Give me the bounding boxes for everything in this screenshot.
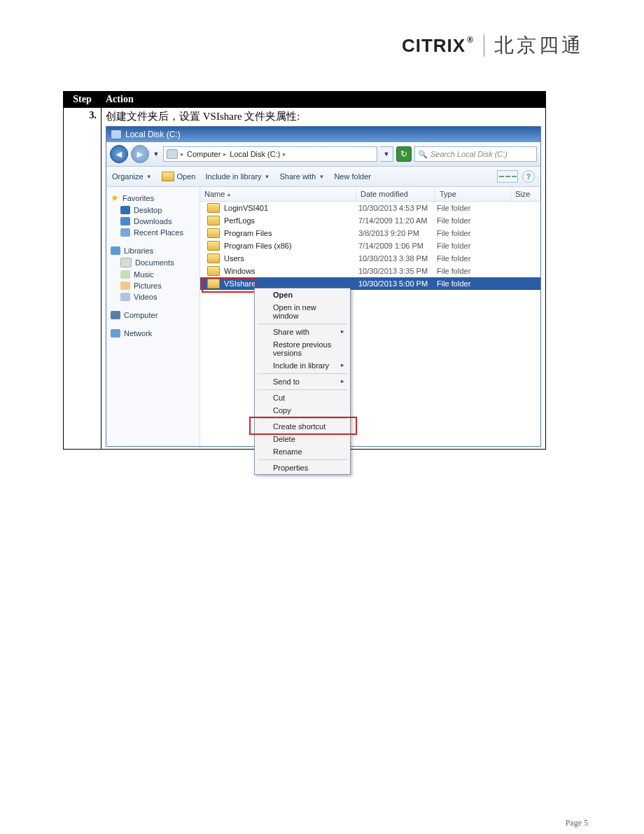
col-date[interactable]: Date modified — [356, 187, 435, 201]
breadcrumb-drive[interactable]: Local Disk (C:) — [230, 150, 280, 158]
menu-separator — [258, 389, 347, 390]
folder-open-icon — [162, 172, 174, 181]
menu-cut[interactable]: Cut — [255, 391, 350, 404]
menu-open[interactable]: Open — [255, 289, 350, 301]
cn-company-name: 北京四通 — [494, 32, 584, 59]
drive-icon — [167, 149, 178, 159]
col-action: Action — [102, 92, 546, 108]
folder-icon — [207, 266, 220, 276]
folder-icon — [207, 228, 220, 238]
view-options-button[interactable] — [497, 170, 518, 183]
menu-restore-versions[interactable]: Restore previous versions — [255, 338, 350, 359]
menu-separator — [258, 324, 347, 324]
downloads-icon — [120, 217, 130, 225]
sidebar-item-computer[interactable]: Computer — [109, 310, 197, 321]
col-step: Step — [64, 92, 102, 108]
menu-copy[interactable]: Copy — [255, 404, 350, 417]
page-number: Page 5 — [566, 818, 588, 828]
file-row[interactable]: LoginVSI401 10/30/2013 4:53 PM File fold… — [200, 202, 540, 214]
refresh-button[interactable]: ↻ — [396, 146, 412, 162]
column-headers[interactable]: Name ▴ Date modified Type Size — [200, 187, 540, 202]
folder-icon — [207, 241, 220, 251]
chevron-right-icon: ▸ — [283, 151, 286, 158]
sidebar-item-recent[interactable]: Recent Places — [109, 227, 197, 238]
toolbar-organize[interactable]: Organize ▼ — [112, 172, 152, 181]
col-size[interactable]: Size — [511, 187, 540, 201]
pictures-icon — [120, 282, 130, 290]
submenu-arrow-icon: ▸ — [341, 377, 344, 384]
breadcrumb-computer[interactable]: Computer — [187, 150, 220, 158]
chevron-right-icon: ▸ — [223, 151, 227, 158]
toolbar-include-library[interactable]: Include in library ▼ — [205, 172, 270, 181]
sidebar-item-music[interactable]: Music — [109, 269, 197, 280]
folder-icon — [207, 253, 220, 263]
submenu-arrow-icon: ▸ — [341, 361, 344, 368]
submenu-arrow-icon: ▸ — [341, 328, 344, 335]
sidebar-libraries[interactable]: Libraries — [109, 245, 197, 256]
nav-sidebar: ★Favorites Desktop Downloads Recent Plac… — [106, 187, 200, 446]
menu-include-library[interactable]: Include in library▸ — [255, 359, 350, 372]
recent-icon — [120, 228, 130, 237]
menu-delete[interactable]: Delete — [255, 433, 350, 445]
nav-history-dropdown[interactable]: ▼ — [152, 148, 160, 160]
col-type[interactable]: Type — [435, 187, 511, 201]
drive-icon — [111, 130, 122, 139]
search-input[interactable]: 🔍 Search Local Disk (C:) — [414, 146, 537, 162]
file-row-selected[interactable]: VSIshare 10/30/2013 5:00 PM File folder — [200, 277, 540, 290]
documents-icon — [120, 258, 132, 267]
toolbar-share-with[interactable]: Share with ▼ — [280, 172, 325, 181]
sidebar-item-desktop[interactable]: Desktop — [109, 204, 197, 216]
videos-icon — [120, 293, 130, 301]
doc-header-logo: CITRIX® 北京四通 — [402, 32, 584, 59]
folder-icon — [207, 279, 220, 289]
file-row[interactable]: Program Files 3/8/2013 9:20 PM File fold… — [200, 227, 540, 239]
chevron-down-icon: ▼ — [318, 174, 324, 180]
libraries-icon — [111, 246, 120, 255]
file-row[interactable]: Program Files (x86) 7/14/2009 1:06 PM Fi… — [200, 239, 540, 252]
file-list-area: Name ▴ Date modified Type Size LoginVSI4… — [200, 187, 540, 446]
back-button[interactable]: ◄ — [110, 145, 128, 163]
col-name[interactable]: Name ▴ — [200, 187, 356, 201]
sidebar-item-videos[interactable]: Videos — [109, 291, 197, 303]
sidebar-item-documents[interactable]: Documents — [109, 256, 197, 269]
explorer-window: Local Disk (C:) ◄ ► ▼ ▸ Computer ▸ — [106, 126, 541, 447]
desktop-icon — [120, 206, 130, 214]
menu-separator — [258, 418, 347, 419]
address-bar[interactable]: ▸ Computer ▸ Local Disk (C:) ▸ — [163, 146, 377, 162]
search-icon: 🔍 — [418, 150, 428, 159]
toolbar: Organize ▼ Open Include in library ▼ Sha… — [106, 167, 540, 187]
folder-icon — [207, 216, 220, 225]
menu-create-shortcut[interactable]: Create shortcut — [255, 420, 350, 433]
window-titlebar[interactable]: Local Disk (C:) — [106, 127, 540, 142]
star-icon: ★ — [111, 193, 119, 203]
file-row[interactable]: Users 10/30/2013 3:38 PM File folder — [200, 252, 540, 265]
menu-send-to[interactable]: Send to▸ — [255, 375, 350, 388]
computer-icon — [111, 311, 120, 319]
sort-asc-icon: ▴ — [227, 191, 230, 197]
menu-rename[interactable]: Rename — [255, 445, 350, 458]
toolbar-open[interactable]: Open — [162, 172, 196, 181]
sidebar-item-downloads[interactable]: Downloads — [109, 216, 197, 227]
sidebar-item-network[interactable]: Network — [109, 328, 197, 339]
citrix-logo-text: CITRIX — [402, 35, 465, 57]
action-cell: 创建文件夹后，设置 VSIshare 文件夹属性: Local Disk (C:… — [102, 108, 546, 450]
help-button[interactable]: ? — [522, 170, 535, 183]
sidebar-favorites[interactable]: ★Favorites — [109, 191, 197, 204]
network-icon — [111, 329, 120, 338]
action-text: 创建文件夹后，设置 VSIshare 文件夹属性: — [106, 110, 541, 123]
file-row[interactable]: Windows 10/30/2013 3:35 PM File folder — [200, 265, 540, 277]
menu-open-new-window[interactable]: Open in new window — [255, 301, 350, 322]
toolbar-new-folder[interactable]: New folder — [334, 172, 371, 181]
file-row[interactable]: PerfLogs 7/14/2009 11:20 AM File folder — [200, 214, 540, 227]
menu-share-with[interactable]: Share with▸ — [255, 326, 350, 338]
forward-button[interactable]: ► — [131, 145, 149, 163]
address-dropdown[interactable]: ▼ — [380, 146, 393, 162]
chevron-right-icon: ▸ — [181, 151, 184, 158]
citrix-logo: CITRIX® — [402, 35, 474, 57]
sidebar-item-pictures[interactable]: Pictures — [109, 280, 197, 291]
menu-properties[interactable]: Properties — [255, 461, 350, 474]
steps-table: Step Action 3. 创建文件夹后，设置 VSIshare 文件夹属性:… — [63, 91, 546, 450]
navbar: ◄ ► ▼ ▸ Computer ▸ Local Disk (C:) ▸ — [106, 142, 540, 167]
registered-mark: ® — [467, 35, 474, 45]
chevron-down-icon: ▼ — [146, 174, 152, 180]
